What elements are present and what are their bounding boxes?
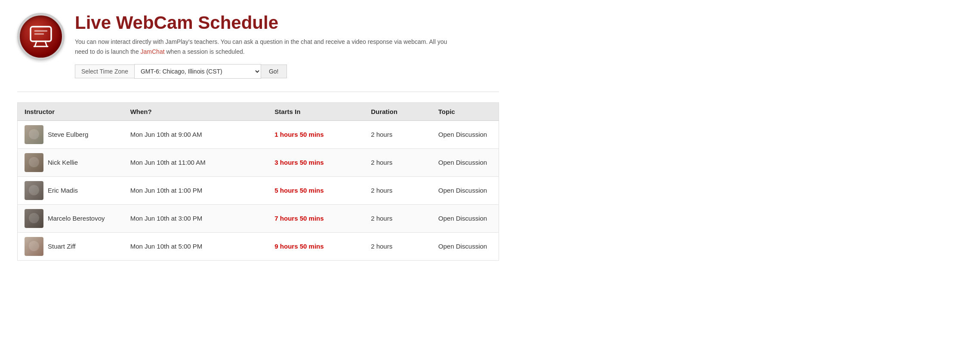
webcam-chat-icon [28,25,54,49]
svg-line-1 [35,41,37,46]
starts-in-cell: 7 hours 50 mins [268,204,364,232]
table-header: Instructor When? Starts In Duration Topi… [18,102,499,120]
page-description: You can now interact directly with JamPl… [75,37,462,56]
instructor-name: Stuart Ziff [48,243,76,250]
avatar [25,153,43,172]
col-header-starts-in: Starts In [268,102,364,120]
instructor-name: Marcelo Berestovoy [48,215,105,222]
instructor-info: Stuart Ziff [25,237,117,256]
instructor-info: Eric Madis [25,181,117,200]
topic-cell: Open Discussion [431,232,499,260]
instructor-name: Eric Madis [48,187,78,194]
when-cell: Mon Jun 10th at 3:00 PM [123,204,268,232]
table-row: Stuart Ziff Mon Jun 10th at 5:00 PM9 hou… [18,232,499,260]
avatar [25,181,43,200]
instructor-cell: Eric Madis [18,176,123,204]
instructor-info: Marcelo Berestovoy [25,209,117,228]
duration-cell: 2 hours [364,148,431,176]
avatar [25,125,43,144]
col-header-duration: Duration [364,102,431,120]
avatar-face [25,181,43,200]
instructor-cell: Marcelo Berestovoy [18,204,123,232]
schedule-table: Instructor When? Starts In Duration Topi… [17,102,499,261]
instructor-cell: Nick Kellie [18,148,123,176]
avatar-face [25,153,43,172]
starts-in-value: 9 hours 50 mins [274,243,324,250]
header-row: Instructor When? Starts In Duration Topi… [18,102,499,120]
instructor-name: Nick Kellie [48,159,78,166]
duration-cell: 2 hours [364,120,431,148]
header-content: Live WebCam Schedule You can now interac… [75,13,499,79]
timezone-label: Select Time Zone [75,65,134,78]
col-header-when: When? [123,102,268,120]
instructor-cell: Stuart Ziff [18,232,123,260]
when-cell: Mon Jun 10th at 11:00 AM [123,148,268,176]
table-body: Steve Eulberg Mon Jun 10th at 9:00 AM1 h… [18,120,499,260]
starts-in-value: 3 hours 50 mins [274,159,324,166]
logo-icon [17,13,65,60]
duration-cell: 2 hours [364,176,431,204]
header-section: Live WebCam Schedule You can now interac… [17,13,499,79]
starts-in-cell: 9 hours 50 mins [268,232,364,260]
go-button[interactable]: Go! [261,65,287,78]
when-cell: Mon Jun 10th at 9:00 AM [123,120,268,148]
col-header-instructor: Instructor [18,102,123,120]
avatar [25,237,43,256]
timezone-select[interactable]: GMT-12: Baker IslandGMT-11: SamoaGMT-10:… [134,64,261,79]
starts-in-cell: 1 hours 50 mins [268,120,364,148]
instructor-info: Steve Eulberg [25,125,117,144]
svg-line-2 [45,41,47,46]
table-row: Marcelo Berestovoy Mon Jun 10th at 3:00 … [18,204,499,232]
topic-cell: Open Discussion [431,204,499,232]
when-cell: Mon Jun 10th at 1:00 PM [123,176,268,204]
starts-in-cell: 3 hours 50 mins [268,148,364,176]
page-title: Live WebCam Schedule [75,13,499,33]
topic-cell: Open Discussion [431,120,499,148]
table-row: Nick Kellie Mon Jun 10th at 11:00 AM3 ho… [18,148,499,176]
instructor-name: Steve Eulberg [48,131,88,138]
avatar-face [25,125,43,144]
table-row: Steve Eulberg Mon Jun 10th at 9:00 AM1 h… [18,120,499,148]
instructor-cell: Steve Eulberg [18,120,123,148]
starts-in-value: 1 hours 50 mins [274,131,324,138]
topic-cell: Open Discussion [431,176,499,204]
avatar-face [25,209,43,228]
timezone-row: Select Time Zone GMT-12: Baker IslandGMT… [75,64,499,79]
instructor-info: Nick Kellie [25,153,117,172]
starts-in-value: 7 hours 50 mins [274,215,324,222]
table-row: Eric Madis Mon Jun 10th at 1:00 PM5 hour… [18,176,499,204]
avatar-face [25,237,43,256]
page-wrapper: Live WebCam Schedule You can now interac… [0,0,516,274]
avatar [25,209,43,228]
when-cell: Mon Jun 10th at 5:00 PM [123,232,268,260]
duration-cell: 2 hours [364,204,431,232]
starts-in-cell: 5 hours 50 mins [268,176,364,204]
section-divider [17,92,499,92]
col-header-topic: Topic [431,102,499,120]
jamchat-link[interactable]: JamChat [141,48,165,55]
starts-in-value: 5 hours 50 mins [274,187,324,194]
topic-cell: Open Discussion [431,148,499,176]
duration-cell: 2 hours [364,232,431,260]
